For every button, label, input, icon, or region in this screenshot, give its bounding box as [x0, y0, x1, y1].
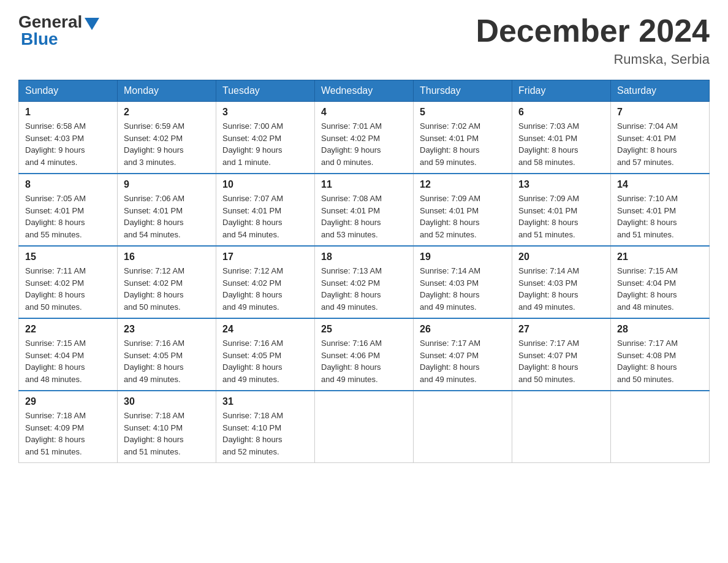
- cell-day-number: 16: [124, 251, 210, 262]
- cell-info: Sunrise: 7:18 AMSunset: 4:09 PMDaylight:…: [25, 410, 111, 458]
- table-row: [512, 391, 611, 463]
- cell-day-number: 17: [222, 251, 308, 262]
- col-thursday: Thursday: [414, 80, 512, 102]
- col-saturday: Saturday: [611, 80, 710, 102]
- cell-day-number: 3: [222, 107, 308, 118]
- cell-day-number: 22: [25, 324, 111, 335]
- title-section: December 2024 Rumska, Serbia: [476, 12, 710, 67]
- logo-blue-text: Blue: [18, 29, 58, 49]
- table-row: 2 Sunrise: 6:59 AMSunset: 4:02 PMDayligh…: [118, 102, 216, 174]
- cell-day-number: 19: [420, 251, 506, 262]
- cell-info: Sunrise: 7:12 AMSunset: 4:02 PMDaylight:…: [222, 265, 308, 313]
- cell-day-number: 25: [321, 324, 407, 335]
- cell-info: Sunrise: 7:16 AMSunset: 4:05 PMDaylight:…: [222, 337, 308, 385]
- table-row: 28 Sunrise: 7:17 AMSunset: 4:08 PMDaylig…: [611, 318, 710, 391]
- table-row: 16 Sunrise: 7:12 AMSunset: 4:02 PMDaylig…: [118, 246, 216, 318]
- cell-day-number: 30: [124, 396, 210, 407]
- cell-day-number: 28: [617, 324, 703, 335]
- cell-info: Sunrise: 7:05 AMSunset: 4:01 PMDaylight:…: [25, 193, 111, 240]
- calendar-week-row: 15 Sunrise: 7:11 AMSunset: 4:02 PMDaylig…: [19, 246, 710, 318]
- logo: General Blue: [18, 12, 99, 49]
- cell-info: Sunrise: 7:03 AMSunset: 4:01 PMDaylight:…: [518, 120, 604, 168]
- col-friday: Friday: [512, 80, 611, 102]
- cell-day-number: 6: [518, 107, 604, 118]
- cell-info: Sunrise: 7:15 AMSunset: 4:04 PMDaylight:…: [25, 337, 111, 385]
- cell-info: Sunrise: 7:10 AMSunset: 4:01 PMDaylight:…: [617, 193, 703, 240]
- cell-info: Sunrise: 7:17 AMSunset: 4:07 PMDaylight:…: [518, 337, 604, 385]
- cell-info: Sunrise: 7:14 AMSunset: 4:03 PMDaylight:…: [518, 265, 604, 313]
- cell-info: Sunrise: 7:16 AMSunset: 4:06 PMDaylight:…: [321, 337, 407, 385]
- cell-day-number: 10: [222, 179, 308, 190]
- table-row: 12 Sunrise: 7:09 AMSunset: 4:01 PMDaylig…: [414, 174, 512, 246]
- cell-day-number: 1: [25, 107, 111, 118]
- table-row: 15 Sunrise: 7:11 AMSunset: 4:02 PMDaylig…: [19, 246, 118, 318]
- cell-day-number: 11: [321, 179, 407, 190]
- table-row: [611, 391, 710, 463]
- table-row: 14 Sunrise: 7:10 AMSunset: 4:01 PMDaylig…: [611, 174, 710, 246]
- calendar-week-row: 8 Sunrise: 7:05 AMSunset: 4:01 PMDayligh…: [19, 174, 710, 246]
- cell-day-number: 9: [124, 179, 210, 190]
- col-wednesday: Wednesday: [315, 80, 414, 102]
- table-row: 29 Sunrise: 7:18 AMSunset: 4:09 PMDaylig…: [19, 391, 118, 463]
- cell-info: Sunrise: 7:15 AMSunset: 4:04 PMDaylight:…: [617, 265, 703, 313]
- cell-info: Sunrise: 7:17 AMSunset: 4:07 PMDaylight:…: [420, 337, 506, 385]
- cell-day-number: 24: [222, 324, 308, 335]
- cell-day-number: 18: [321, 251, 407, 262]
- table-row: 30 Sunrise: 7:18 AMSunset: 4:10 PMDaylig…: [118, 391, 216, 463]
- cell-day-number: 14: [617, 179, 703, 190]
- table-row: 26 Sunrise: 7:17 AMSunset: 4:07 PMDaylig…: [414, 318, 512, 391]
- cell-day-number: 20: [518, 251, 604, 262]
- cell-info: Sunrise: 7:08 AMSunset: 4:01 PMDaylight:…: [321, 193, 407, 240]
- calendar-title: December 2024: [476, 12, 710, 49]
- cell-info: Sunrise: 7:11 AMSunset: 4:02 PMDaylight:…: [25, 265, 111, 313]
- table-row: 6 Sunrise: 7:03 AMSunset: 4:01 PMDayligh…: [512, 102, 611, 174]
- table-row: 18 Sunrise: 7:13 AMSunset: 4:02 PMDaylig…: [315, 246, 414, 318]
- cell-day-number: 29: [25, 396, 111, 407]
- table-row: 3 Sunrise: 7:00 AMSunset: 4:02 PMDayligh…: [216, 102, 315, 174]
- table-row: 21 Sunrise: 7:15 AMSunset: 4:04 PMDaylig…: [611, 246, 710, 318]
- cell-info: Sunrise: 7:06 AMSunset: 4:01 PMDaylight:…: [124, 193, 210, 240]
- table-row: 1 Sunrise: 6:58 AMSunset: 4:03 PMDayligh…: [19, 102, 118, 174]
- cell-day-number: 31: [222, 396, 308, 407]
- table-row: 22 Sunrise: 7:15 AMSunset: 4:04 PMDaylig…: [19, 318, 118, 391]
- table-row: 4 Sunrise: 7:01 AMSunset: 4:02 PMDayligh…: [315, 102, 414, 174]
- table-row: 7 Sunrise: 7:04 AMSunset: 4:01 PMDayligh…: [611, 102, 710, 174]
- table-row: 8 Sunrise: 7:05 AMSunset: 4:01 PMDayligh…: [19, 174, 118, 246]
- table-row: 19 Sunrise: 7:14 AMSunset: 4:03 PMDaylig…: [414, 246, 512, 318]
- cell-info: Sunrise: 7:07 AMSunset: 4:01 PMDaylight:…: [222, 193, 308, 240]
- table-row: 31 Sunrise: 7:18 AMSunset: 4:10 PMDaylig…: [216, 391, 315, 463]
- cell-day-number: 12: [420, 179, 506, 190]
- cell-day-number: 21: [617, 251, 703, 262]
- calendar-week-row: 22 Sunrise: 7:15 AMSunset: 4:04 PMDaylig…: [19, 318, 710, 391]
- cell-info: Sunrise: 7:00 AMSunset: 4:02 PMDaylight:…: [222, 120, 308, 168]
- table-row: 13 Sunrise: 7:09 AMSunset: 4:01 PMDaylig…: [512, 174, 611, 246]
- cell-info: Sunrise: 7:18 AMSunset: 4:10 PMDaylight:…: [124, 410, 210, 458]
- cell-info: Sunrise: 7:16 AMSunset: 4:05 PMDaylight:…: [124, 337, 210, 385]
- cell-info: Sunrise: 7:09 AMSunset: 4:01 PMDaylight:…: [420, 193, 506, 240]
- table-row: [414, 391, 512, 463]
- cell-info: Sunrise: 7:13 AMSunset: 4:02 PMDaylight:…: [321, 265, 407, 313]
- table-row: 23 Sunrise: 7:16 AMSunset: 4:05 PMDaylig…: [118, 318, 216, 391]
- cell-day-number: 7: [617, 107, 703, 118]
- table-row: 17 Sunrise: 7:12 AMSunset: 4:02 PMDaylig…: [216, 246, 315, 318]
- table-row: 9 Sunrise: 7:06 AMSunset: 4:01 PMDayligh…: [118, 174, 216, 246]
- col-sunday: Sunday: [19, 80, 118, 102]
- table-row: [315, 391, 414, 463]
- table-row: 20 Sunrise: 7:14 AMSunset: 4:03 PMDaylig…: [512, 246, 611, 318]
- cell-info: Sunrise: 7:02 AMSunset: 4:01 PMDaylight:…: [420, 120, 506, 168]
- cell-info: Sunrise: 7:18 AMSunset: 4:10 PMDaylight:…: [222, 410, 308, 458]
- table-row: 27 Sunrise: 7:17 AMSunset: 4:07 PMDaylig…: [512, 318, 611, 391]
- cell-day-number: 26: [420, 324, 506, 335]
- col-tuesday: Tuesday: [216, 80, 315, 102]
- table-row: 5 Sunrise: 7:02 AMSunset: 4:01 PMDayligh…: [414, 102, 512, 174]
- page-header: General Blue December 2024 Rumska, Serbi…: [18, 12, 710, 67]
- cell-info: Sunrise: 7:09 AMSunset: 4:01 PMDaylight:…: [518, 193, 604, 240]
- cell-day-number: 27: [518, 324, 604, 335]
- cell-info: Sunrise: 7:01 AMSunset: 4:02 PMDaylight:…: [321, 120, 407, 168]
- calendar-week-row: 29 Sunrise: 7:18 AMSunset: 4:09 PMDaylig…: [19, 391, 710, 463]
- cell-day-number: 13: [518, 179, 604, 190]
- cell-info: Sunrise: 6:58 AMSunset: 4:03 PMDaylight:…: [25, 120, 111, 168]
- cell-day-number: 2: [124, 107, 210, 118]
- cell-day-number: 15: [25, 251, 111, 262]
- col-monday: Monday: [118, 80, 216, 102]
